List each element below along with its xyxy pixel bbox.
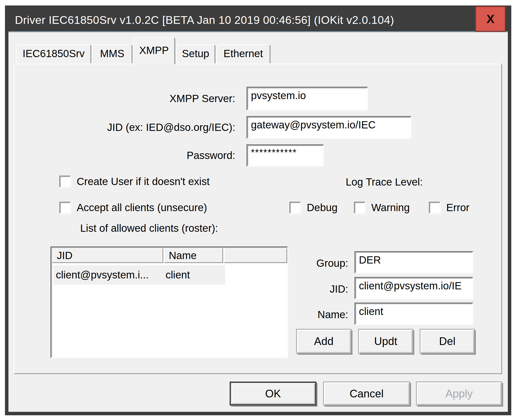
column-header-jid[interactable]: JID	[52, 248, 163, 263]
window-title: Driver IEC61850Srv v1.0.2C [BETA Jan 10 …	[8, 14, 394, 27]
accept-all-clients-label: Accept all clients (unsecure)	[77, 202, 207, 214]
tab-xmpp[interactable]: XMPP	[133, 37, 175, 64]
del-button[interactable]: Del	[420, 329, 475, 354]
roster-table-header: JID Name	[51, 247, 287, 264]
debug-checkbox-group: Debug	[289, 202, 338, 214]
warning-checkbox-group: Warning	[354, 202, 410, 214]
create-user-checkbox-group: Create User if it doesn't exist	[59, 176, 210, 188]
column-header-name[interactable]: Name	[164, 248, 223, 263]
password-label: Password:	[124, 144, 235, 167]
editor-name-input[interactable]: client	[354, 303, 473, 325]
dialog-body: IEC61850Srv MMS XMPP Setup Ethernet XMPP…	[8, 31, 508, 412]
group-input[interactable]: DER	[354, 251, 473, 273]
password-input[interactable]: ***********	[246, 144, 324, 167]
create-user-label: Create User if it doesn't exist	[77, 176, 210, 188]
updt-button[interactable]: Updt	[358, 329, 413, 354]
tab-label: XMPP	[139, 44, 169, 56]
jid-input[interactable]: gateway@pvsystem.io/IEC	[246, 116, 412, 139]
xmpp-server-input[interactable]: pvsystem.io	[246, 87, 368, 111]
add-button[interactable]: Add	[296, 329, 351, 354]
apply-button[interactable]: Apply	[416, 382, 502, 406]
close-button[interactable]: X	[475, 6, 506, 32]
warning-checkbox[interactable]	[354, 202, 365, 214]
tab-setup[interactable]: Setup	[176, 44, 215, 64]
tab-label: Setup	[182, 48, 209, 60]
error-label: Error	[446, 202, 469, 214]
error-checkbox-group: Error	[429, 202, 469, 214]
tab-label: MMS	[100, 48, 124, 60]
table-row[interactable]: client@pvsystem.i... client	[53, 265, 225, 285]
ok-button[interactable]: OK	[230, 382, 316, 406]
editor-name-label: Name:	[289, 304, 348, 325]
debug-checkbox[interactable]	[289, 202, 301, 214]
log-trace-level-label: Log Trace Level:	[331, 176, 438, 189]
debug-label: Debug	[307, 202, 338, 214]
tab-panel-xmpp: XMPP Server: pvsystem.io JID (ex: IED@ds…	[14, 64, 502, 374]
group-label: Group:	[289, 253, 348, 274]
roster-table: JID Name client@pvsystem.i... client	[50, 246, 288, 358]
tab-ethernet[interactable]: Ethernet	[216, 44, 270, 64]
tab-iec61850srv[interactable]: IEC61850Srv	[16, 44, 91, 64]
column-header-blank[interactable]	[224, 248, 287, 263]
cancel-button[interactable]: Cancel	[323, 382, 410, 406]
editor-jid-label: JID:	[289, 278, 348, 300]
titlebar[interactable]: Driver IEC61850Srv v1.0.2C [BETA Jan 10 …	[8, 9, 508, 31]
tab-label: IEC61850Srv	[23, 48, 85, 60]
row-name-cell: client	[166, 269, 225, 281]
xmpp-server-label: XMPP Server:	[99, 87, 235, 111]
warning-label: Warning	[371, 202, 410, 214]
roster-list-label: List of allowed clients (roster):	[80, 221, 279, 236]
tab-label: Ethernet	[224, 48, 263, 60]
jid-label: JID (ex: IED@dso.org/IEC):	[74, 116, 235, 139]
editor-jid-input[interactable]: client@pvsystem.io/IE	[354, 277, 473, 299]
accept-all-clients-checkbox[interactable]	[59, 202, 71, 214]
row-jid-cell: client@pvsystem.i...	[53, 269, 166, 281]
accept-all-checkbox-group: Accept all clients (unsecure)	[59, 202, 207, 214]
tab-mms[interactable]: MMS	[92, 44, 132, 64]
dialog-window: Driver IEC61850Srv v1.0.2C [BETA Jan 10 …	[5, 5, 511, 415]
error-checkbox[interactable]	[429, 202, 440, 214]
screen: Driver IEC61850Srv v1.0.2C [BETA Jan 10 …	[0, 0, 516, 420]
create-user-checkbox[interactable]	[59, 176, 71, 188]
